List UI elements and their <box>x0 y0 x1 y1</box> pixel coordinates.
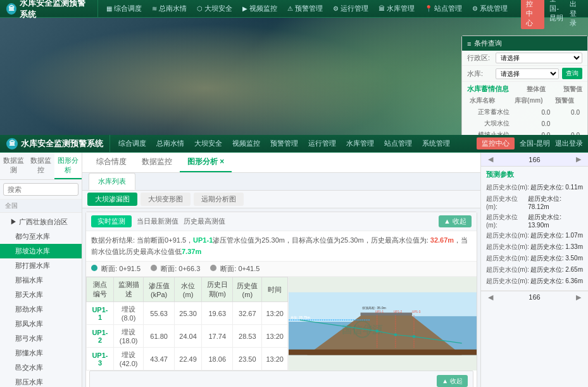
cell-desc-2: 埋设(42.0) <box>113 348 143 371</box>
res-tab-水库列表[interactable]: 水库列表 <box>89 173 135 190</box>
district-select[interactable]: 请选择 <box>496 53 582 63</box>
search-input[interactable] <box>3 183 78 196</box>
data-split: 测点编号 监测描述 渗压值(kPa) 水位(m) 历史日期(m) 历史值(m) … <box>86 277 477 371</box>
tree-item-那懂水库[interactable]: 那懂水库 <box>0 346 82 360</box>
nav-item-站点管理[interactable]: 📍 站点管理 <box>420 0 467 17</box>
nav-label-3: 视频监控 <box>249 4 277 13</box>
second-nav-预警管理[interactable]: 预警管理 <box>265 135 303 152</box>
up1-3-label: UP1-3 <box>412 310 421 314</box>
forecast-val-7: 超历史水位: 6.36m <box>530 277 583 286</box>
reservoir-select[interactable]: 请选择 <box>496 68 559 79</box>
main-tab-综合情度[interactable]: 综合情度 <box>89 153 134 172</box>
login-text[interactable]: 退出登录 <box>570 0 583 28</box>
main-tab-图形分析[interactable]: 图形分析 × <box>180 153 232 172</box>
tree-item-那弓水库[interactable]: 那弓水库 <box>0 331 82 346</box>
view-tab-大坝渗漏图[interactable]: 大坝渗漏图 <box>87 193 137 206</box>
res-info-table: 水库名称库容(mm)预警值 正常蓄水位0.00.0 大坝水位0.0 横坡止水位0… <box>467 95 582 135</box>
th-time: 时间 <box>262 277 288 302</box>
nav-item-大坝安全[interactable]: ⬡ 大坝安全 <box>192 0 237 17</box>
second-login[interactable]: 退出登录 <box>555 139 583 148</box>
monitor-button[interactable]: 监控中心 <box>521 0 544 29</box>
search-button[interactable]: 查询 <box>562 68 582 79</box>
res-info-expand[interactable]: 预警值 <box>563 85 582 94</box>
app-title: 水库安全监测预警系统 <box>20 0 91 20</box>
view-tab-大坝变形图[interactable]: 大坝变形图 <box>141 193 191 206</box>
realtime-btn[interactable]: 实时监测 <box>91 215 132 227</box>
res-info-row: 大坝水位0.0 <box>467 118 582 129</box>
tab-图形分析[interactable]: 图形分析 <box>54 153 82 179</box>
ground <box>289 350 477 355</box>
second-nav-运行管理[interactable]: 运行管理 <box>303 135 341 152</box>
highlight-max: 32.67m <box>430 236 454 244</box>
nav-icon-5: ⚙ <box>333 5 339 12</box>
second-nav-站点管理[interactable]: 站点管理 <box>379 135 417 152</box>
nav-icon-0: ▦ <box>106 5 112 12</box>
collapse-button[interactable]: ▲ 收起 <box>439 215 472 227</box>
tree-item-广西壮族自治区[interactable]: ▶ 广西壮族自治区 <box>0 215 82 229</box>
bottom-left-arrow[interactable]: ◀ <box>486 293 495 301</box>
left-arrow-btn[interactable]: ◀ <box>486 155 495 163</box>
map-background: ≡ 条件查询 行政区: 请选择 水库: 请选择 查询 水库蓄情信息 整体值 预警… <box>0 18 588 135</box>
chart-container: 实时监测 当日最新测值 历史最高测值 ▲ 收起 数据分析结果: 当前断面0+91… <box>82 208 480 387</box>
nav-item-运行管理[interactable]: ⚙ 运行管理 <box>328 0 373 17</box>
tab-数据监控[interactable]: 数据监控 <box>27 153 54 179</box>
th-desc: 监测描述 <box>113 277 143 302</box>
tree-item-那坡边水库[interactable]: 那坡边水库 <box>0 244 82 258</box>
nav-item-预警管理[interactable]: ⚠ 预警管理 <box>282 0 328 17</box>
cell-time-1: 13:20 <box>262 325 288 348</box>
sidebar-tabs: 数据监测 数据监控 图形分析 <box>0 153 82 180</box>
right-arrow-btn[interactable]: ▶ <box>574 155 583 163</box>
tree-item-那天水库[interactable]: 那天水库 <box>0 288 82 302</box>
nav-item-系统管理[interactable]: ⚙ 系统管理 <box>467 0 513 17</box>
tree-item-都匀至水库[interactable]: 都匀至水库 <box>0 229 82 244</box>
section-header: 全国 <box>0 200 82 213</box>
nav-item-水库管理[interactable]: 🏛 水库管理 <box>373 0 420 17</box>
nav-icon-6: 🏛 <box>378 5 385 12</box>
nav-icon-1: ≋ <box>152 5 157 12</box>
tree-item-邑交水库[interactable]: 邑交水库 <box>0 360 82 375</box>
second-monitor-button[interactable]: 监控中心 <box>477 137 515 149</box>
nav-item-视频监控[interactable]: ▶ 视频监控 <box>237 0 282 17</box>
tree-item-那压水库[interactable]: 那压水库 <box>0 375 82 387</box>
forecast-val-1: 超历史水位: 78.12m <box>528 194 583 210</box>
second-nav-大坝安全[interactable]: 大坝安全 <box>189 135 227 152</box>
main-menu: ▦ 综合调度 ≋ 总南水情 ⬡ 大坝安全 ▶ 视频监控 ⚠ 预警管理 ⚙ 运行管… <box>98 0 516 17</box>
view-tab-远期分析图[interactable]: 远期分析图 <box>194 193 244 206</box>
tree-item-那凤水库[interactable]: 那凤水库 <box>0 317 82 331</box>
bottom-right-arrow[interactable]: ▶ <box>574 293 583 301</box>
nav-item-综合调度[interactable]: ▦ 综合调度 <box>101 0 147 17</box>
sidebar-search-area <box>0 180 82 200</box>
second-nav-视频监控[interactable]: 视频监控 <box>227 135 265 152</box>
cell-id-0: UP1-1 <box>87 302 114 325</box>
second-nav-label-7: 站点管理 <box>384 139 412 148</box>
right-panel: ◀ 166 ▶ 预测参数 超历史水位(m): 超历史水位: 0.11m 超历史水… <box>480 153 588 387</box>
legend-dot-2 <box>210 265 216 271</box>
forecast-item-7: 超历史水位(m): 超历史水位: 6.36m <box>486 276 583 287</box>
second-nav-right: 监控中心 全国-昆明 退出登录 <box>472 137 588 149</box>
second-nav-label-3: 视频监控 <box>232 139 260 148</box>
th-hist-date: 历史日期(m) <box>202 277 233 302</box>
nav-label-8: 系统管理 <box>480 4 508 13</box>
main-tab-数据监控[interactable]: 数据监控 <box>134 153 180 172</box>
nav-label-4: 预警管理 <box>295 4 323 13</box>
second-app-title: 水库安全监测预警系统 <box>21 138 103 149</box>
tree-item-那福水库[interactable]: 那福水库 <box>0 273 82 288</box>
second-nav-label-6: 水库管理 <box>346 139 374 148</box>
sidebar-tree: ▶ 广西壮族自治区 都匀至水库 那坡边水库 那打握水库 那福水库 那天水库 那劲… <box>0 213 82 387</box>
bottom-collapse-btn[interactable]: ▲ 收起 <box>437 375 468 387</box>
nav-item-总南水情[interactable]: ≋ 总南水情 <box>147 0 192 17</box>
bottom-collapse-row: ▲ 收起 <box>95 375 468 387</box>
dam-top <box>361 313 413 316</box>
second-nav-水库管理[interactable]: 水库管理 <box>341 135 379 152</box>
second-nav-系统管理[interactable]: 系统管理 <box>417 135 455 152</box>
cell-water-2: 22.49 <box>174 348 201 371</box>
res-info-toggle[interactable]: 整体值 <box>527 85 546 94</box>
forecast-label-1: 超历史水位(m): <box>486 194 528 210</box>
tree-item-那劲水库[interactable]: 那劲水库 <box>0 302 82 317</box>
res-info-row: 正常蓄水位0.00.0 <box>467 106 582 118</box>
tab-数据监测[interactable]: 数据监测 <box>0 153 27 179</box>
second-nav-总南水情[interactable]: 总南水情 <box>151 135 189 152</box>
tree-item-那打握水库[interactable]: 那打握水库 <box>0 258 82 273</box>
second-nav-综合调度[interactable]: 综合调度 <box>113 135 151 152</box>
cell-desc-1: 埋设(18.0) <box>113 325 143 348</box>
